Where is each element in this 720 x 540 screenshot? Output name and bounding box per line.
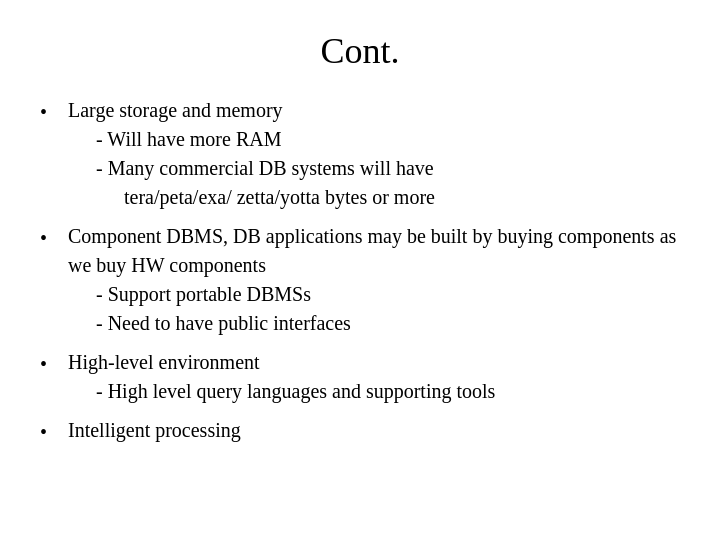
sub-item-1-2: - Many commercial DB systems will have [96,154,680,183]
bullet-main-3: High-level environment [68,351,260,373]
bullet-dot-1: • [40,96,68,127]
sub-item-3-1: - High level query languages and support… [96,377,680,406]
bullet-dot-3: • [40,348,68,379]
bullet-text-3: High-level environment - High level quer… [68,348,680,406]
bullet-main-2: Component DBMS, DB applications may be b… [68,225,676,276]
sub-item-2-1: - Support portable DBMSs [96,280,680,309]
bullet-text-4: Intelligent processing [68,416,680,445]
slide-title: Cont. [40,30,680,72]
bullet-item-1: • Large storage and memory - Will have m… [40,96,680,212]
bullet-dot-4: • [40,416,68,447]
bullet-dot-2: • [40,222,68,253]
bullet-text-2: Component DBMS, DB applications may be b… [68,222,680,338]
bullet-main-4: Intelligent processing [68,419,241,441]
slide: Cont. • Large storage and memory - Will … [0,0,720,540]
bullet-main-1: Large storage and memory [68,99,283,121]
slide-content: • Large storage and memory - Will have m… [40,96,680,457]
bullet-text-1: Large storage and memory - Will have mor… [68,96,680,212]
sub-item-2-2: - Need to have public interfaces [96,309,680,338]
bullet-item-2: • Component DBMS, DB applications may be… [40,222,680,338]
bullet-item-3: • High-level environment - High level qu… [40,348,680,406]
sub-item-1-3: tera/peta/exa/ zetta/yotta bytes or more [124,183,680,212]
bullet-item-4: • Intelligent processing [40,416,680,447]
sub-item-1-1: - Will have more RAM [96,125,680,154]
